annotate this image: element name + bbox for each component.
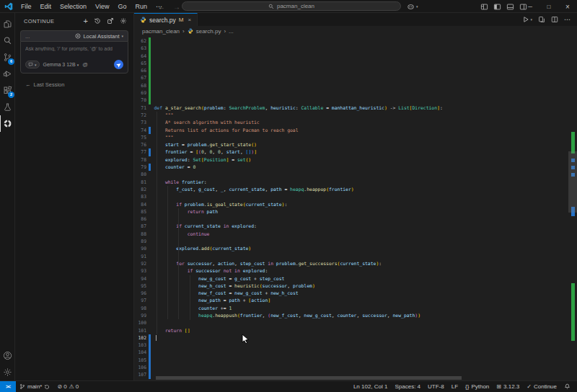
- code-area[interactable]: 62636465666768697071def a_star_search(pr…: [134, 36, 577, 380]
- code-line-98[interactable]: 98 counter += 1: [134, 305, 577, 312]
- breadcrumb-file[interactable]: search.py: [196, 28, 221, 35]
- chat-input-box[interactable]: Ask anything, '/' for prompts, '@' to ad…: [20, 41, 128, 74]
- continue-status[interactable]: ✓ Continue: [523, 383, 560, 390]
- code-line-89[interactable]: 89: [134, 238, 577, 245]
- notifications-bell[interactable]: [560, 383, 574, 390]
- code-line-105[interactable]: 105: [134, 357, 577, 364]
- code-line-67[interactable]: 67: [134, 74, 577, 81]
- extensions-icon[interactable]: 2: [0, 82, 14, 99]
- command-center-search[interactable]: pacman_clean: [182, 1, 401, 11]
- toggle-panel-icon[interactable]: [506, 3, 514, 11]
- code-line-103[interactable]: 103: [134, 342, 577, 349]
- code-line-86[interactable]: 86: [134, 215, 577, 223]
- code-line-83[interactable]: 83: [134, 193, 577, 200]
- split-editor-icon[interactable]: [551, 16, 558, 23]
- tab-search-py[interactable]: search.py M ×: [134, 13, 198, 26]
- toggle-sidebar-icon[interactable]: [493, 3, 501, 11]
- code-line-93[interactable]: 93 if successor not in explored:: [134, 267, 577, 275]
- run-debug-icon[interactable]: [0, 66, 14, 82]
- code-line-69[interactable]: 69: [134, 89, 577, 97]
- code-line-71[interactable]: 71def a_star_search(problem: SearchProbl…: [134, 104, 577, 112]
- history-icon[interactable]: [94, 17, 101, 24]
- run-or-debug-icon[interactable]: [538, 16, 545, 23]
- model-selector[interactable]: Gemma 3 12B ▾: [43, 62, 79, 67]
- code-line-82[interactable]: 82 f_cost, g_cost, _, current_state, pat…: [134, 186, 577, 193]
- code-line-80[interactable]: 80: [134, 171, 577, 178]
- back-arrow-icon[interactable]: ←: [158, 3, 165, 11]
- continue-extension-icon[interactable]: [0, 115, 14, 132]
- forward-arrow-icon[interactable]: →: [173, 3, 180, 11]
- close-tab-icon[interactable]: ×: [188, 17, 192, 23]
- code-line-92[interactable]: 92 for successor, action, step_cost in p…: [134, 260, 577, 267]
- code-line-100[interactable]: 100: [134, 319, 577, 326]
- code-line-97[interactable]: 97 new_path = path + [action]: [134, 297, 577, 304]
- vertical-scrollbar[interactable]: [568, 151, 577, 213]
- search-nav-icon[interactable]: [0, 32, 14, 49]
- code-line-90[interactable]: 90 explored.add(current_state): [134, 245, 577, 252]
- menu-edit[interactable]: Edit: [36, 0, 56, 13]
- menu-view[interactable]: View: [91, 0, 113, 13]
- python-interpreter[interactable]: ⊞ 3.12.3: [493, 383, 523, 390]
- assistant-selector[interactable]: Local Assistant ▾: [75, 33, 123, 40]
- language-mode[interactable]: {} Python: [462, 383, 493, 390]
- menu-go[interactable]: Go: [113, 0, 131, 13]
- code-line-95[interactable]: 95 new_h_cost = heuristic(successor, pro…: [134, 282, 577, 290]
- code-line-70[interactable]: 70: [134, 97, 577, 104]
- sidebar-gear-icon[interactable]: [120, 17, 127, 24]
- breadcrumb-symbol[interactable]: ...: [229, 28, 234, 35]
- mode-selector[interactable]: ▾: [25, 61, 40, 68]
- code-line-85[interactable]: 85 return path: [134, 208, 577, 215]
- maximize-button[interactable]: □: [539, 0, 558, 13]
- code-line-79[interactable]: 79 counter = 0: [134, 164, 577, 171]
- customize-layout-icon[interactable]: [480, 3, 488, 11]
- code-line-94[interactable]: 94 new_g_cost = g_cost + step_cost: [134, 275, 577, 282]
- code-line-62[interactable]: 62: [134, 37, 577, 45]
- cursor-position[interactable]: Ln 102, Col 1: [350, 383, 392, 390]
- code-line-104[interactable]: 104: [134, 349, 577, 356]
- new-session-button[interactable]: +: [84, 17, 88, 24]
- code-line-106[interactable]: 106: [134, 364, 577, 371]
- problems-status[interactable]: ⊘0 ⚠0: [53, 381, 82, 392]
- code-line-65[interactable]: 65: [134, 60, 577, 67]
- code-line-76[interactable]: 76 start = problem.get_start_state(): [134, 141, 577, 148]
- send-button[interactable]: [114, 60, 123, 69]
- account-icon[interactable]: [0, 347, 14, 364]
- code-line-87[interactable]: 87 if current_state in explored:: [134, 223, 577, 230]
- code-line-88[interactable]: 88 continue: [134, 231, 577, 238]
- run-python-file-button[interactable]: ▾: [522, 16, 532, 23]
- copilot-menu[interactable]: ▾: [407, 0, 418, 13]
- code-line-75[interactable]: 75 """: [134, 134, 577, 141]
- source-control-icon[interactable]: 6: [0, 49, 14, 66]
- code-line-96[interactable]: 96 new_f_cost = new_g_cost + new_h_cost: [134, 290, 577, 297]
- code-line-77[interactable]: 77 frontier = [(0, 0, 0, start, [])]: [134, 148, 577, 156]
- code-line-63[interactable]: 63: [134, 45, 577, 52]
- open-in-editor-icon[interactable]: [107, 17, 114, 24]
- code-line-91[interactable]: 91: [134, 253, 577, 260]
- minimize-button[interactable]: ─: [521, 0, 539, 13]
- explorer-icon[interactable]: [0, 16, 14, 32]
- code-line-99[interactable]: 99 heapq.heappush(frontier, (new_f_cost,…: [134, 312, 577, 319]
- settings-gear-icon[interactable]: [0, 364, 14, 380]
- breadcrumb-folder[interactable]: pacman_clean: [142, 28, 180, 35]
- code-line-73[interactable]: 73 A* search algorithm with heuristic: [134, 119, 577, 126]
- code-line-81[interactable]: 81 while frontier:: [134, 179, 577, 186]
- code-line-78[interactable]: 78 explored: Set[Position] = set(): [134, 156, 577, 164]
- git-branch-status[interactable]: main*: [16, 381, 53, 392]
- encoding-setting[interactable]: UTF-8: [424, 383, 448, 390]
- eol-setting[interactable]: LF: [448, 383, 462, 390]
- code-line-66[interactable]: 66: [134, 67, 577, 74]
- indentation-setting[interactable]: Spaces: 4: [391, 383, 424, 390]
- code-line-102[interactable]: 102: [134, 334, 577, 342]
- menu-file[interactable]: File: [17, 0, 36, 13]
- more-actions-icon[interactable]: ⋯: [564, 16, 571, 23]
- menu-selection[interactable]: Selection: [56, 0, 91, 13]
- code-line-74[interactable]: 74 Returns list of actions for Pacman to…: [134, 127, 577, 134]
- horizontal-scrollbar[interactable]: [156, 376, 462, 380]
- code-line-68[interactable]: 68: [134, 82, 577, 89]
- add-context-icon[interactable]: @: [82, 61, 88, 68]
- last-session-link[interactable]: ← Last Session: [25, 81, 133, 88]
- menu-run[interactable]: Run: [131, 0, 151, 13]
- code-line-72[interactable]: 72 """: [134, 112, 577, 119]
- code-line-84[interactable]: 84 if problem.is_goal_state(current_stat…: [134, 201, 577, 208]
- testing-icon[interactable]: [0, 99, 14, 115]
